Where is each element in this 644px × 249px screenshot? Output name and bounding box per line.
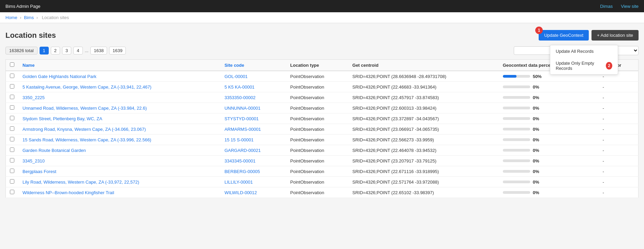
row-name-link[interactable]: 5 Kastaiing Avenue, George, Western Cape…: [23, 84, 151, 90]
badge-2: 2: [606, 62, 612, 69]
breadcrumb-home[interactable]: Home: [5, 15, 17, 20]
row-name-link[interactable]: 3350_2225: [23, 95, 45, 100]
page-title: Location sites: [5, 31, 56, 40]
row-checkbox[interactable]: [10, 158, 14, 162]
row-checkbox[interactable]: [10, 74, 14, 78]
row-name-link[interactable]: Bergplaas Forest: [23, 169, 56, 174]
row-centroid-cell: SRID=4326;POINT (23.066917 -34.065735): [348, 124, 499, 135]
row-checkbox[interactable]: [10, 190, 14, 194]
update-geocontext-button[interactable]: Update GeoContext: [539, 30, 589, 41]
row-centroid-cell: SRID=4326;POINT (22.65102 -33.98397): [348, 187, 499, 198]
table-row: 15 Sands Road, Wilderness, Western Cape,…: [6, 135, 639, 145]
row-indicator-cell: -: [599, 166, 639, 177]
row-name-link[interactable]: Wilderness NP--Brown-hooded Kingfisher T…: [23, 190, 114, 195]
add-location-button[interactable]: + Add location site: [591, 30, 639, 41]
row-checkbox-cell: [6, 135, 19, 145]
row-name-link[interactable]: 3345_2310: [23, 158, 45, 164]
page-btn-3[interactable]: 3: [62, 47, 71, 55]
row-checkbox[interactable]: [10, 84, 14, 89]
row-sitecode-cell: 15 15 S-00001: [220, 135, 286, 145]
topbar-viewsite-link[interactable]: View site: [621, 4, 639, 9]
row-indicator-cell: -: [599, 177, 639, 187]
table-row: Stydom Street, Plettenberg Bay, WC, ZA S…: [6, 113, 639, 124]
row-name-link[interactable]: Unnamed Road, Wilderness, Western Cape, …: [23, 106, 147, 111]
row-name-cell: 5 Kastaiing Avenue, George, Western Cape…: [18, 82, 220, 92]
location-sites-table: Name Site code Location type Get centroi…: [5, 59, 639, 198]
row-sitecode-link[interactable]: 15 15 S-00001: [224, 137, 253, 142]
row-indicator-cell: -: [599, 156, 639, 166]
col-checkbox: [6, 60, 19, 71]
page-btn-1[interactable]: 1: [40, 47, 49, 55]
table-row: 5 Kastaiing Avenue, George, Western Cape…: [6, 82, 639, 92]
page-btn-1638[interactable]: 1638: [90, 47, 107, 55]
select-all-checkbox[interactable]: [10, 62, 14, 67]
topbar-user-link[interactable]: Dimas: [600, 4, 613, 9]
row-sitecode-link[interactable]: UNNUNNA-00001: [224, 106, 260, 111]
header-actions: 1 Update GeoContext + Add location site …: [539, 30, 639, 41]
row-name-link[interactable]: Golden Gate Highlands National Park: [23, 74, 96, 79]
row-name-link[interactable]: Garden Route Botanical Garden: [23, 148, 86, 153]
table-row: 3345_2310 3343345-00001 PointObservation…: [6, 156, 639, 166]
progress-bar: [503, 107, 530, 109]
pct-label: 0%: [533, 106, 544, 111]
row-checkbox[interactable]: [10, 95, 14, 99]
row-checkbox-cell: [6, 177, 19, 187]
row-checkbox[interactable]: [10, 116, 14, 120]
row-pct-cell: 0%: [499, 124, 599, 135]
add-location-label: + Add location site: [597, 33, 633, 38]
row-pct-cell: 0%: [499, 145, 599, 156]
page-btn-4[interactable]: 4: [73, 47, 83, 55]
breadcrumb-bims[interactable]: Bims: [24, 15, 34, 20]
pct-label: 0%: [533, 148, 544, 153]
row-name-link[interactable]: 15 Sands Road, Wilderness, Western Cape,…: [23, 137, 151, 142]
row-sitecode-cell: ARMARMS-00001: [220, 124, 286, 135]
row-checkbox[interactable]: [10, 105, 14, 110]
row-pct-cell: 0%: [499, 156, 599, 166]
row-pct-cell: 0%: [499, 135, 599, 145]
progress-bar: [503, 85, 530, 88]
pct-label: 0%: [533, 158, 544, 164]
row-checkbox[interactable]: [10, 169, 14, 173]
row-sitecode-cell: STYSTYD-00001: [220, 113, 286, 124]
row-name-cell: 3345_2310: [18, 156, 220, 166]
row-sitecode-link[interactable]: WILWILD-00012: [224, 190, 257, 195]
row-sitecode-link[interactable]: GOL-00001: [224, 74, 248, 79]
row-sitecode-cell: WILWILD-00012: [220, 187, 286, 198]
row-sitecode-link[interactable]: 5 K5 KA-00001: [224, 84, 254, 90]
row-checkbox[interactable]: [10, 126, 14, 131]
row-sitecode-cell: LILLILY-00001: [220, 177, 286, 187]
col-centroid: Get centroid: [348, 60, 499, 71]
row-checkbox[interactable]: [10, 179, 14, 184]
row-centroid-cell: SRID=4326;POINT (22.566273 -33.9959): [348, 135, 499, 145]
update-all-records-item[interactable]: Update All Records: [550, 45, 618, 57]
row-name-link[interactable]: Lily Road, Wilderness, Western Cape, ZA …: [23, 180, 139, 185]
row-checkbox[interactable]: [10, 137, 14, 141]
update-empty-records-item[interactable]: Update Only Empty Records 2: [550, 57, 618, 74]
row-sitecode-cell: 5 K5 KA-00001: [220, 82, 286, 92]
row-checkbox[interactable]: [10, 147, 14, 152]
row-centroid-cell: SRID=4326;POINT (28.6636948 -28.49731708…: [348, 71, 499, 82]
page-btn-2[interactable]: 2: [51, 47, 60, 55]
row-sitecode-link[interactable]: LILLILY-00001: [224, 180, 253, 185]
row-indicator-cell: -: [599, 145, 639, 156]
row-sitecode-link[interactable]: ARMARMS-00001: [224, 127, 261, 132]
row-sitecode-link[interactable]: 3343345-00001: [224, 158, 255, 164]
pct-label: 50%: [533, 74, 544, 79]
row-sitecode-link[interactable]: 3353350-00002: [224, 95, 255, 100]
row-centroid-cell: SRID=4326;POINT (23.372897 -34.043567): [348, 113, 499, 124]
progress-bar: [503, 159, 530, 162]
row-sitecode-link[interactable]: STYSTYD-00001: [224, 116, 258, 121]
row-locationtype-cell: PointObservation: [286, 166, 348, 177]
add-location-container: + Add location site Update All Records U…: [591, 30, 639, 41]
row-name-link[interactable]: Stydom Street, Plettenberg Bay, WC, ZA: [23, 116, 102, 121]
row-centroid-cell: SRID=4326;POINT (22.671116 -33.918995): [348, 166, 499, 177]
page-ellipsis: ...: [85, 48, 89, 53]
col-name[interactable]: Name: [18, 60, 220, 71]
row-name-link[interactable]: Armstrong Road, Knysna, Western Cape, ZA…: [23, 127, 146, 132]
row-locationtype-cell: PointObservation: [286, 124, 348, 135]
page-btn-1639[interactable]: 1639: [109, 47, 126, 55]
row-sitecode-link[interactable]: GARGARD-00021: [224, 148, 260, 153]
row-sitecode-link[interactable]: BERBERG-00005: [224, 169, 260, 174]
row-pct-cell: 0%: [499, 82, 599, 92]
col-site-code[interactable]: Site code: [220, 60, 286, 71]
